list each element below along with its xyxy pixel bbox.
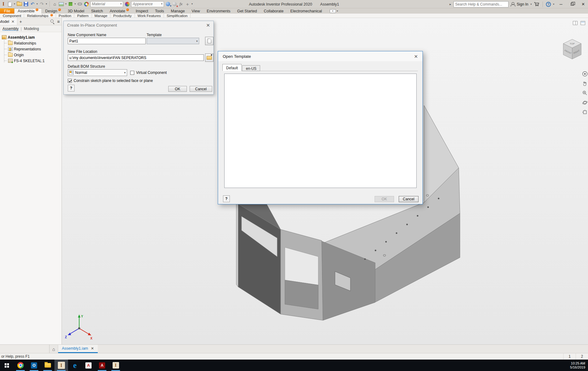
full-navigation-wheel-icon[interactable] [582, 71, 588, 77]
link-icon[interactable] [77, 1, 82, 7]
taskbar-app-icon[interactable] [95, 360, 109, 371]
ok-button[interactable]: OK [168, 86, 187, 92]
taskbar-clock[interactable]: 10:25 AM 5/16/2019 [570, 361, 588, 369]
help-button[interactable]: ? [223, 195, 230, 202]
split-view-icon[interactable] [573, 21, 577, 25]
close-button[interactable]: ✕ [579, 0, 588, 8]
thumbnail-caret-icon[interactable]: ▾ [65, 3, 67, 5]
orbit-icon[interactable] [582, 100, 588, 105]
help-icon[interactable]: ? [546, 2, 551, 7]
tab-file[interactable]: File [0, 8, 14, 14]
new-file-icon[interactable] [7, 1, 12, 7]
document-tab-assembly1[interactable]: Assembly1.iam ✕ [58, 345, 98, 353]
material-combo[interactable]: Material▾ [90, 1, 123, 7]
close-icon[interactable]: ✕ [206, 23, 210, 28]
look-at-icon[interactable] [582, 109, 588, 115]
browser-menu-icon[interactable]: ≡ [57, 19, 60, 24]
taskbar-app-icon[interactable] [14, 360, 27, 371]
home-tab-icon[interactable]: ⌂ [49, 345, 58, 353]
component-caret-icon[interactable]: ▾ [75, 3, 76, 5]
clear-appearance-icon[interactable] [172, 1, 177, 7]
template-tab[interactable]: en-US [242, 65, 260, 71]
search-icon[interactable] [50, 19, 54, 23]
taskbar-app-icon[interactable] [54, 360, 68, 371]
browser-tree-item[interactable]: FS-4 SKELETAL:1 [4, 58, 62, 64]
browser-tree-item[interactable]: Assembly1.iam [2, 34, 62, 40]
taskbar-app-icon[interactable] [68, 360, 82, 371]
save-icon[interactable] [24, 1, 28, 7]
ribbon-panel[interactable]: Simplification [164, 14, 191, 18]
browser-tree-item[interactable]: Representations [4, 46, 62, 52]
undo-icon[interactable]: ↶ [30, 1, 35, 7]
open-file-icon[interactable] [17, 1, 22, 7]
virtual-component-checkbox[interactable] [130, 71, 134, 75]
ribbon-panel[interactable]: Manage [92, 14, 111, 18]
cancel-button[interactable]: Cancel [190, 86, 212, 92]
taskbar-app-icon[interactable] [82, 360, 95, 371]
qat-customize-caret-icon[interactable]: ▾ [191, 3, 193, 5]
ribbon-panel[interactable]: Productivity [110, 14, 135, 18]
ribbon-tab[interactable]: Electromechanical [287, 8, 325, 14]
help-search-input[interactable] [453, 1, 509, 7]
appearance-combo[interactable]: Appearance▾ [131, 1, 164, 7]
ribbon-tab[interactable]: Design [42, 8, 64, 14]
start-button[interactable] [0, 360, 14, 371]
taskbar-app-icon[interactable] [109, 360, 122, 371]
close-icon[interactable]: ✕ [11, 19, 15, 24]
browse-location-button[interactable] [205, 53, 213, 62]
pan-icon[interactable] [582, 81, 588, 86]
ribbon-tab[interactable]: Annotate [106, 8, 132, 14]
ribbon-tab[interactable]: Manage [167, 8, 188, 14]
close-icon[interactable]: ✕ [91, 346, 94, 351]
help-button[interactable]: ? [68, 85, 75, 92]
ribbon-tab[interactable]: Assemble [14, 8, 42, 14]
sign-in-caret-icon[interactable]: ▾ [530, 3, 532, 6]
constrain-sketch-checkbox[interactable] [68, 79, 72, 83]
component-name-input[interactable] [68, 38, 146, 44]
dialog-titlebar[interactable]: Create In-Place Component ✕ [64, 21, 213, 29]
collapse-infocenter-icon[interactable]: ▸ [450, 2, 451, 6]
taskbar-app-icon[interactable] [41, 360, 54, 371]
view-assembly-link[interactable]: Assembly [2, 27, 19, 31]
thumbnail-icon[interactable] [59, 1, 64, 7]
ribbon-display-toggle[interactable]: ▾ ▾ [330, 8, 338, 14]
restore-button[interactable] [568, 0, 577, 8]
parameters-fx-icon[interactable]: fx [178, 1, 183, 7]
maximize-view-icon[interactable] [581, 21, 585, 25]
view-cube[interactable]: TOP FRONT RIGHT [560, 36, 585, 62]
bom-structure-combo[interactable]: Normal ▾ [68, 69, 127, 76]
undo-caret-icon[interactable]: ▾ [36, 3, 38, 5]
zoom-icon[interactable] [582, 90, 588, 96]
ribbon-tab[interactable]: Sketch [88, 8, 106, 14]
add-browser-tab-button[interactable]: + [19, 19, 22, 24]
ribbon-panel[interactable]: Work Features [135, 14, 164, 18]
minimize-button[interactable]: ─ [556, 0, 565, 8]
ribbon-tab[interactable]: Tools [152, 8, 167, 14]
component-icon[interactable] [68, 1, 73, 7]
redo-icon[interactable]: ↷ [39, 1, 44, 7]
template-combo[interactable]: ▾ [147, 38, 199, 44]
cancel-button[interactable]: Cancel [399, 196, 418, 202]
ribbon-panel[interactable]: Relationships [24, 14, 56, 18]
file-location-input[interactable] [68, 54, 204, 61]
taskbar-app-icon[interactable] [27, 360, 41, 371]
ribbon-tab[interactable]: Environments [203, 8, 234, 14]
sign-in-button[interactable]: Sign In [517, 2, 528, 6]
dialog-titlebar[interactable]: Open Template ✕ [218, 51, 423, 61]
template-tab[interactable]: Default [222, 64, 242, 71]
material-ball-icon[interactable] [84, 1, 89, 7]
appearance-wheel-icon[interactable] [125, 1, 130, 7]
app-store-cart-icon[interactable] [534, 2, 539, 6]
new-template-button[interactable] [205, 37, 213, 45]
add-icon[interactable]: + [185, 1, 190, 7]
ribbon-panel[interactable]: Pattern [74, 14, 92, 18]
template-list-area[interactable] [224, 74, 417, 188]
adjust-appearance-icon[interactable] [165, 1, 170, 7]
help-caret-icon[interactable]: ▾ [553, 3, 554, 6]
ribbon-tab[interactable]: 3D Model [64, 8, 88, 14]
home-view-icon[interactable]: ⌂ [52, 1, 57, 7]
view-modeling-link[interactable]: Modeling [24, 27, 39, 31]
browser-tab-model[interactable]: Model ✕ [0, 18, 17, 25]
ribbon-tab[interactable]: Get Started [234, 8, 260, 14]
new-file-caret-icon[interactable]: ▾ [14, 3, 15, 5]
